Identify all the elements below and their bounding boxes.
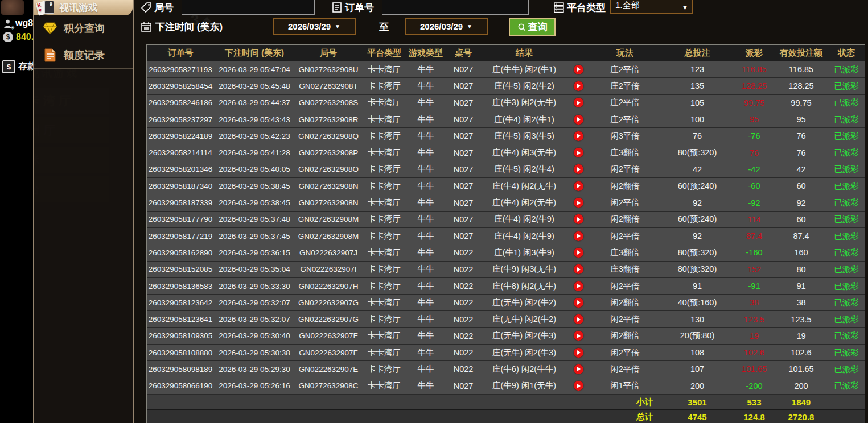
play-video-button[interactable] [574,115,583,125]
table-row: 2603290581236412026-03-29 05:32:07GN0222… [147,311,865,327]
cell-result: 庄(牛牛) 闲2(牛1) [482,61,567,77]
play-video-button[interactable] [574,81,583,91]
cell-game: 牛牛 [406,378,445,394]
cell-valid: 87.4 [774,228,828,244]
cell-status: 已派彩 [828,61,865,77]
cell-payout: 102.6 [734,345,774,360]
money-bag-icon: $ [3,32,13,42]
header-table: 桌号 [445,45,482,61]
cell-payout: 99.75 [734,95,774,111]
cell-game: 牛牛 [406,295,445,310]
cell-time: 2026-03-29 05:41:28 [214,144,295,160]
cell-time: 2026-03-29 05:32:07 [214,311,295,327]
cell-valid: 76 [774,128,828,144]
search-button[interactable]: 查询 [509,18,556,36]
cell-total: 105 [660,95,734,111]
cell-status: 已派彩 [828,128,865,144]
cell-play [567,212,590,227]
cell-time: 2026-03-29 05:38:45 [214,194,295,210]
cell-status: 已派彩 [828,144,865,160]
play-video-button[interactable] [574,298,583,308]
cell-payout: -200 [734,378,774,394]
cell-game: 牛牛 [406,144,445,160]
cell-round: GN0272632908N [295,178,362,194]
cell-bet: 闲2平倍 [590,311,660,327]
platform-type-select[interactable]: 1.全部 ▼ [610,0,693,14]
platform-type-value: 1.全部 [615,0,640,11]
play-video-button[interactable] [574,181,583,191]
play-video-button[interactable] [574,348,583,358]
menu-item-video-games[interactable]: K♥9 视讯游戏 [34,0,133,15]
play-video-button[interactable] [574,331,583,341]
username: wg8 [15,18,33,28]
cell-game: 牛牛 [406,244,445,260]
cell-result: 庄(牛9) 闲1(无牛) [482,378,567,394]
date-from-select[interactable]: 2026/03/29 ▼ [273,18,356,35]
grand-total-row-payout: 124.8 [734,410,774,423]
table-header-row: 订单号下注时间 (美东)局号平台类型游戏类型桌号结果玩法总投注派彩有效投注额状态 [147,45,865,61]
cell-payout: 101.65 [734,361,774,377]
cell-platform: 卡卡湾厅 [362,144,406,160]
cell-valid: 92 [774,194,828,210]
table-row: 2603290581236422026-03-29 05:32:07GN0222… [147,295,865,311]
cell-game: 牛牛 [406,228,445,244]
round-number-input[interactable] [182,0,315,15]
avatar[interactable] [1,0,24,15]
cell-round: GN0272632908R [295,111,362,127]
play-video-button[interactable] [574,231,583,241]
cell-round: GN0222632907E [295,361,362,377]
play-video-button[interactable] [574,314,583,324]
cell-valid: 91 [774,278,828,294]
chevron-down-icon: ▼ [682,4,688,11]
cell-platform: 卡卡湾厅 [362,311,406,327]
cell-play [567,178,590,194]
cell-bet: 闲2翻倍 [590,328,660,344]
cell-play [567,244,590,260]
play-video-button[interactable] [574,381,583,391]
cell-payout: 128.25 [734,78,774,94]
deposit-button[interactable]: $ 存款 [2,60,36,73]
user-panel: wg8 ✳ $ 840. $ 存款 [0,0,34,423]
cell-total: 80(预:320) [660,262,734,277]
table-row: 2603290581365832026-03-29 05:33:30GN0222… [147,278,865,295]
play-video-button[interactable] [574,131,583,141]
cell-time: 2026-03-29 05:36:15 [214,244,295,260]
play-video-button[interactable] [574,198,583,208]
table-row: 2603290582013462026-03-29 05:40:05GN0272… [147,161,865,178]
menu-item-credit-records[interactable]: 额度记录 [34,42,133,69]
play-video-button[interactable] [574,65,583,74]
play-video-button[interactable] [574,281,583,291]
cell-table: N027 [445,228,482,244]
cell-time: 2026-03-29 05:37:48 [214,212,295,227]
header-order: 订单号 [147,45,214,61]
cell-table: N022 [445,278,482,294]
table-row: 2603290581777902026-03-29 05:37:48GN0272… [147,212,865,228]
play-video-button[interactable] [574,248,583,258]
date-to-select[interactable]: 2026/03/29 ▼ [405,18,488,35]
cell-time: 2026-03-29 05:43:43 [214,111,295,127]
cell-payout: 123.5 [734,311,774,327]
cell-order: 260329058108880 [147,345,214,360]
cell-valid: 38 [774,295,828,310]
cell-order: 260329058258454 [147,78,214,94]
cell-time: 2026-03-29 05:44:37 [214,95,295,111]
cell-status: 已派彩 [828,212,865,227]
cell-payout: 87.4 [734,228,774,244]
menu-item-points-query[interactable]: 积分查询 [34,15,133,42]
cell-time: 2026-03-29 05:30:38 [214,345,295,360]
play-video-button[interactable] [574,164,583,174]
play-video-button[interactable] [574,264,583,274]
cell-status: 已派彩 [828,178,865,194]
play-video-button[interactable] [574,364,583,374]
grand-total-row-total_bet: 4745 [660,410,734,423]
cell-play [567,345,590,360]
cell-bet: 闲2平倍 [590,161,660,177]
play-video-button[interactable] [574,148,583,157]
play-video-button[interactable] [574,214,583,224]
cell-status: 已派彩 [828,95,865,111]
cell-payout: 76 [734,144,774,160]
play-video-button[interactable] [574,98,583,107]
cell-payout: -92 [734,194,774,210]
cell-play [567,228,590,244]
order-number-input[interactable] [382,0,529,15]
